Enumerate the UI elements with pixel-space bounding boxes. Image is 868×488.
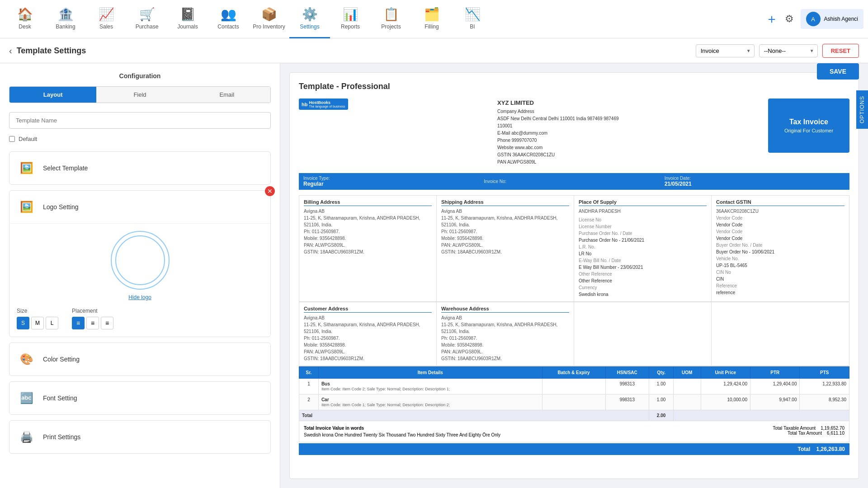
nav-item-reports[interactable]: 📊 Reports (330, 0, 371, 38)
desk-icon: 🏠 (17, 7, 33, 22)
address-grid-row1: Billing Address Avigna AB 11-25, K, Sith… (299, 195, 849, 302)
section-select-template-header[interactable]: 🖼️ Select Template (9, 152, 270, 184)
company-name: XYZ LIMITED (497, 99, 619, 108)
billing-address-cell: Billing Address Avigna AB 11-25, K, Sith… (299, 196, 437, 302)
add-button[interactable]: ＋ (765, 10, 778, 28)
row-qty: 1.00 (649, 394, 674, 410)
reset-button[interactable]: RESET (822, 44, 859, 58)
section-logo-header[interactable]: 🖼️ Logo Setting (9, 191, 270, 223)
col-item-details: Item Details (318, 366, 542, 378)
row-ptr: 9,947.00 (750, 394, 799, 410)
tab-layout[interactable]: Layout (9, 87, 96, 103)
nav-item-banking[interactable]: 🏦 Banking (45, 0, 86, 38)
place-of-supply-cell: Place Of Supply ANDHRA PRADESH License N… (574, 196, 712, 302)
template-title: Template - Professional (299, 82, 849, 91)
cust-addr: 11-25, K, Sitharamapuram, Krishna, ANDHR… (304, 321, 432, 335)
tax-label: Total Tax Amount (788, 431, 822, 436)
col-uom: UOM (674, 366, 701, 378)
default-checkbox[interactable] (9, 136, 15, 142)
invoice-type-select[interactable]: Invoice Purchase Credit Note (696, 44, 755, 57)
nav-label-desk: Desk (19, 23, 31, 30)
size-buttons: S M L (17, 317, 58, 329)
nav-item-projects[interactable]: 📋 Projects (371, 0, 411, 38)
close-logo-button[interactable]: ✕ (265, 186, 275, 196)
print-settings-label: Print Settings (43, 433, 80, 441)
nav-item-contacts[interactable]: 👥 Contacts (208, 0, 249, 38)
size-s-button[interactable]: S (17, 317, 29, 329)
placeholder-cell4 (712, 302, 849, 366)
total-amounts: Total Taxable Amount 1,19,652.70 Total T… (773, 426, 844, 437)
inv-date-section: Invoice Date: 21/05/2021 (665, 176, 845, 187)
warehouse-address-content: Avigna AB 11-25, K, Sitharamapuram, Kris… (441, 314, 569, 362)
template-select[interactable]: --None-- Template 1 Template 2 (759, 44, 818, 57)
tab-email[interactable]: Email (184, 87, 270, 103)
col-ptr: PTR (750, 366, 799, 378)
col-unit-price: Unit Price (701, 366, 750, 378)
shipping-pan: PAN: ALWPGS809L. (441, 242, 569, 249)
section-print-header[interactable]: 🖨️ Print Settings (9, 421, 270, 453)
shipping-phone: Ph: 011-2560987. (441, 228, 569, 235)
nav-item-pro-inventory[interactable]: 📦 Pro Inventory (249, 0, 289, 38)
company-email: E-Mail abc@dummy.com (497, 130, 619, 137)
nav-label-sales: Sales (99, 23, 113, 30)
shipping-name: Avigna AB (441, 208, 569, 215)
nav-item-journals[interactable]: 📓 Journals (167, 0, 208, 38)
config-title: Configuration (9, 72, 271, 80)
back-button[interactable]: ‹ (9, 46, 12, 56)
shipping-address-title: Shipping Address (441, 199, 569, 206)
nav-item-desk[interactable]: 🏠 Desk (5, 0, 45, 38)
nav-label-settings: Settings (300, 23, 319, 30)
place-of-supply-content: ANDHRA PRADESH License No License Number… (579, 208, 707, 298)
placement-left-button[interactable]: ≡ (72, 317, 85, 329)
totals-section: Total Invoice Value in words Swedish kro… (299, 421, 849, 442)
taxable-row: Total Taxable Amount 1,19,652.70 (773, 426, 844, 431)
size-l-button[interactable]: L (46, 317, 58, 329)
row-batch (542, 394, 605, 410)
place-of-supply-title: Place Of Supply (579, 199, 707, 206)
vehicle-no-label: Vehicle No. (716, 255, 844, 262)
size-m-button[interactable]: M (31, 317, 44, 329)
shipping-gstin: GSTIN: 18AABCU9603R1ZM. (441, 249, 569, 255)
template-name-input[interactable] (9, 112, 271, 129)
nav-item-filling[interactable]: 🗂️ Filling (411, 0, 452, 38)
nav-item-settings[interactable]: ⚙️ Settings (289, 0, 330, 38)
billing-name: Avigna AB (304, 208, 432, 215)
invoice-type-dropdown[interactable]: Invoice Purchase Credit Note (696, 44, 755, 57)
tab-field[interactable]: Field (96, 87, 183, 103)
placement-center-button[interactable]: ≡ (86, 317, 99, 329)
nav-item-bi[interactable]: 📉 BI (452, 0, 493, 38)
save-button[interactable]: SAVE (817, 63, 859, 80)
inv-no-section: Invoice No: (484, 179, 664, 184)
col-qty: Qty. (649, 366, 674, 378)
total-final-value: 1,26,263.80 (816, 446, 845, 452)
nav-item-purchase[interactable]: 🛒 Purchase (127, 0, 167, 38)
reference-value: reference (716, 289, 844, 296)
section-color-header[interactable]: 🎨 Color Setting (9, 343, 270, 375)
nav-item-sales[interactable]: 📈 Sales (86, 0, 127, 38)
placement-label: Placement (72, 308, 113, 314)
cin-value: CIN (716, 276, 844, 282)
col-hsn: HSN/SAC (605, 366, 649, 378)
billing-addr: 11-25, K, Sitharamapuram, Krishna, ANDHR… (304, 215, 432, 228)
options-tab[interactable]: OPTIONS (856, 90, 868, 129)
vehicle-no-value: UP-15 BL-5465 (716, 262, 844, 269)
font-setting-icon: 🔤 (17, 388, 37, 408)
lr-no-value: LR No (579, 250, 707, 257)
logo-preview (111, 231, 170, 290)
contact-gstin-title: Contact GSTIN (716, 199, 844, 206)
gear-button[interactable]: ⚙ (785, 13, 794, 25)
billing-pan: PAN: ALWPGS809L. (304, 242, 432, 249)
size-placement-row: Size S M L Placement ≡ ≡ ≡ (17, 308, 263, 329)
hide-logo-link[interactable]: Hide logo (17, 294, 263, 300)
placement-right-button[interactable]: ≡ (101, 317, 113, 329)
tax-invoice-box: Tax Invoice Original For Customer (768, 99, 849, 153)
company-website: Website www.abc.com (497, 144, 619, 151)
section-font-header[interactable]: 🔤 Font Setting (9, 382, 270, 414)
config-tab-group: Layout Field Email (9, 86, 271, 103)
table-total-row: Total 2.00 (299, 410, 849, 421)
hb-logo: hb HostBooks The language of business (299, 99, 348, 110)
vendor-code-value: Vendor Code (716, 221, 844, 228)
template-dropdown[interactable]: --None-- Template 1 Template 2 (759, 44, 818, 57)
user-menu[interactable]: A Ashish Agenci (801, 9, 863, 29)
license-num-label: License Number (579, 223, 707, 230)
